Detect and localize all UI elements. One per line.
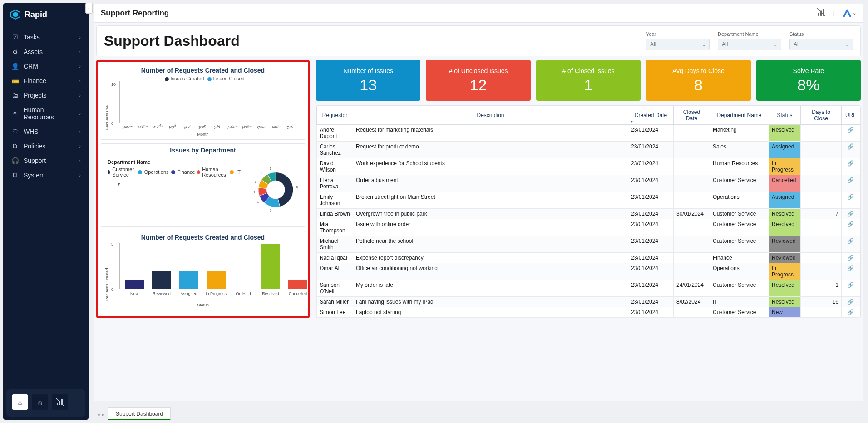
sidebar-collapse-button[interactable]: ‹ bbox=[85, 3, 93, 14]
chevron-right-icon: › bbox=[79, 78, 81, 84]
table-header-created-date[interactable]: Created Date▾ bbox=[628, 106, 673, 125]
chart2-legend-more[interactable]: ▾ bbox=[118, 181, 241, 187]
table-row[interactable]: Omar AliOffice air conditioning not work… bbox=[317, 263, 860, 280]
link-icon[interactable]: 🔗 bbox=[841, 307, 860, 318]
sidebar-item-projects[interactable]: 🗂Projects› bbox=[5, 88, 86, 103]
status-badge: Resolved bbox=[769, 209, 800, 219]
chevron-right-icon: › bbox=[79, 49, 81, 54]
link-icon[interactable]: 🔗 bbox=[841, 158, 860, 175]
table-row[interactable]: Nadia IqbalExpense report discrepancy23/… bbox=[317, 253, 860, 263]
table-header-requestor[interactable]: Requestor bbox=[317, 106, 353, 125]
filter-year-select[interactable]: All⌄ bbox=[646, 39, 710, 50]
table-row[interactable]: Andre DupontRequest for marketing materi… bbox=[317, 125, 860, 142]
status-badge: Assigned bbox=[769, 142, 800, 158]
footer-diagram-button[interactable]: ⎌ bbox=[32, 394, 48, 410]
chevron-right-icon: › bbox=[79, 129, 81, 134]
link-icon[interactable]: 🔗 bbox=[841, 253, 860, 263]
link-icon[interactable]: 🔗 bbox=[841, 297, 860, 307]
sidebar-item-label: CRM bbox=[24, 63, 38, 70]
chart3-title: Number of Requests Created and Closed bbox=[104, 234, 302, 241]
link-icon[interactable]: 🔗 bbox=[841, 209, 860, 219]
table-row[interactable]: Simon LeeLaptop not starting23/01/2024Cu… bbox=[317, 307, 860, 318]
table-row[interactable]: Linda BrownOvergrown tree in public park… bbox=[317, 209, 860, 219]
table-row[interactable]: Sarah MillerI am having issues with my i… bbox=[317, 297, 860, 307]
filter-department-label: Department Name bbox=[718, 31, 781, 37]
chart1-xlabel: Month bbox=[104, 132, 302, 137]
chevron-right-icon: › bbox=[79, 143, 81, 149]
chart1-title: Number of Requests Created and Closed bbox=[104, 67, 302, 74]
sidebar-item-system[interactable]: 🖥System› bbox=[5, 168, 86, 182]
sidebar-item-crm[interactable]: 👤CRM› bbox=[5, 59, 86, 74]
filter-status-label: Status bbox=[789, 31, 853, 37]
chevron-down-icon: ⌄ bbox=[702, 42, 705, 47]
status-badge: New bbox=[769, 307, 800, 318]
table-row[interactable]: David WilsonWork experience for School s… bbox=[317, 158, 860, 175]
sidebar-item-label: System bbox=[24, 172, 45, 179]
bar bbox=[179, 271, 198, 289]
table-header-days-to-close[interactable]: Days to Close bbox=[800, 106, 841, 125]
table-header-department-name[interactable]: Department Name bbox=[710, 106, 769, 125]
svg-text:1: 1 bbox=[257, 200, 259, 204]
link-icon[interactable]: 🔗 bbox=[841, 236, 860, 253]
kpi-number-of-issues: Number of Issues13 bbox=[316, 60, 420, 101]
sidebar-item-assets[interactable]: ⚙Assets› bbox=[5, 44, 86, 59]
nav: ☑Tasks›⚙Assets›👤CRM›💳Finance›🗂Projects›⚭… bbox=[3, 28, 89, 386]
chevron-right-icon: › bbox=[79, 158, 81, 163]
filter-status-select[interactable]: All⌄ bbox=[789, 39, 853, 50]
tab-prev-icon[interactable]: ◂ bbox=[97, 412, 100, 418]
sidebar-item-tasks[interactable]: ☑Tasks› bbox=[5, 30, 86, 44]
sidebar-item-policies[interactable]: 🗎Policies› bbox=[5, 139, 86, 153]
sidebar-item-support[interactable]: 🎧Support› bbox=[5, 153, 86, 168]
kpi-solve-rate: Solve Rate8% bbox=[756, 60, 861, 101]
footer-home-button[interactable]: ⌂ bbox=[12, 394, 28, 410]
table-row[interactable]: Mia ThompsonIssue with online order23/01… bbox=[317, 219, 860, 236]
footer-chart-button[interactable] bbox=[52, 394, 68, 410]
chart-requests-by-month: Number of Requests Created and Closed Is… bbox=[100, 64, 306, 140]
page-title: Support Dashboard bbox=[101, 33, 240, 49]
nav-icon: ☑ bbox=[11, 34, 19, 41]
chart1-legend: Issues CreatedIssues Closed bbox=[104, 76, 302, 81]
link-icon[interactable]: 🔗 bbox=[841, 125, 860, 142]
filter-department-select[interactable]: All⌄ bbox=[718, 39, 781, 50]
tab-support-dashboard[interactable]: Support Dashboard bbox=[108, 407, 171, 420]
link-icon[interactable]: 🔗 bbox=[841, 219, 860, 236]
table-header-status[interactable]: Status bbox=[769, 106, 800, 125]
bar bbox=[207, 271, 226, 289]
sidebar-item-whs[interactable]: ♡WHS› bbox=[5, 124, 86, 139]
table-header-description[interactable]: Description bbox=[353, 106, 628, 125]
issues-table: RequestorDescriptionCreated Date▾Closed … bbox=[316, 105, 861, 318]
donut-chart: 6211111 bbox=[246, 156, 302, 224]
status-badge: Assigned bbox=[769, 192, 800, 209]
chart-requests-by-status: Number of Requests Created and Closed Re… bbox=[100, 231, 306, 310]
kpi-value: 8% bbox=[797, 76, 819, 94]
tab-next-icon[interactable]: ▸ bbox=[102, 412, 104, 418]
table-row[interactable]: Emily JohnsonBroken streetlight on Main … bbox=[317, 192, 860, 209]
status-badge: Cancelled bbox=[769, 175, 800, 192]
table-header-url[interactable]: URL bbox=[841, 106, 860, 125]
chart-issues-by-department: Issues by Department Department Name Cus… bbox=[100, 143, 306, 227]
link-icon[interactable]: 🔗 bbox=[841, 280, 860, 297]
chart3-ylabel: Requests Created bbox=[104, 243, 110, 302]
sidebar-item-label: Policies bbox=[24, 143, 45, 150]
table-row[interactable]: Michael SmithPothole near the school23/0… bbox=[317, 236, 860, 253]
chevron-right-icon: › bbox=[79, 111, 81, 116]
table-row[interactable]: Samson O'NeilMy order is late23/01/20242… bbox=[317, 280, 860, 297]
kpi-label: # of Closed Issues bbox=[562, 67, 614, 74]
bar bbox=[152, 271, 171, 289]
table-row[interactable]: Carlos SanchezRequest for product demo23… bbox=[317, 142, 860, 158]
chevron-right-icon: › bbox=[79, 93, 81, 98]
sidebar-item-finance[interactable]: 💳Finance› bbox=[5, 74, 86, 88]
link-icon[interactable]: 🔗 bbox=[841, 263, 860, 280]
topbar-logo-icon[interactable]: ⌄ bbox=[843, 9, 856, 17]
table-header-closed-date[interactable]: Closed Date bbox=[673, 106, 710, 125]
link-icon[interactable]: 🔗 bbox=[841, 142, 860, 158]
sidebar-item-human-resources[interactable]: ⚭Human Resources› bbox=[5, 103, 86, 124]
svg-text:6: 6 bbox=[296, 185, 298, 189]
link-icon[interactable]: 🔗 bbox=[841, 175, 860, 192]
link-icon[interactable]: 🔗 bbox=[841, 192, 860, 209]
sidebar-item-label: Finance bbox=[24, 77, 46, 84]
topbar-chart-icon[interactable] bbox=[817, 8, 825, 18]
table-row[interactable]: Elena PetrovaOrder adjustment23/01/2024C… bbox=[317, 175, 860, 192]
svg-rect-6 bbox=[818, 13, 819, 16]
svg-text:1: 1 bbox=[270, 167, 271, 171]
